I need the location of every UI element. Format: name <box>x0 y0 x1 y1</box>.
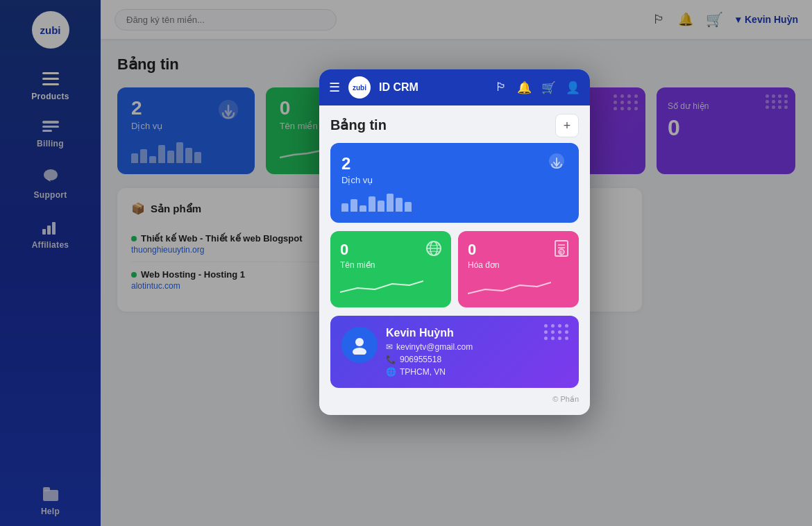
popup-stat-invoices: $ 0 Hóa đơn <box>458 231 579 307</box>
popup-user-email: ✉ kevinytv@gmail.com <box>386 342 568 352</box>
popup-stat-domains: 0 Tên miền <box>330 231 451 307</box>
popup-user-location: 🌐 TPHCM, VN <box>386 367 568 377</box>
popup-plus-button[interactable]: + <box>555 114 579 137</box>
popup-page-title: Bảng tin <box>330 117 579 133</box>
popup-user-phone: 📞 906955518 <box>386 355 568 364</box>
location-icon: 🌐 <box>386 367 396 377</box>
popup-logo: zubi <box>348 76 371 99</box>
popup-services-count: 2 <box>341 154 568 173</box>
email-icon: ✉ <box>386 342 393 352</box>
popup-user-card: Kevin Huỳnh ✉ kevinytv@gmail.com 📞 90695… <box>330 316 579 388</box>
popup-window: ☰ zubi ID CRM 🏳 🔔 🛒 👤 + Bảng tin <box>319 69 590 415</box>
user-avatar <box>341 327 378 363</box>
popup-content: Bảng tin 2 Dịch vụ <box>319 105 590 415</box>
popup-topbar-icons: 🏳 🔔 🛒 👤 <box>496 80 580 95</box>
svg-point-28 <box>355 338 364 346</box>
popup-menu-icon[interactable]: ☰ <box>329 80 340 95</box>
popup-bell-icon[interactable]: 🔔 <box>517 80 532 95</box>
popup-invoices-label: Hóa đơn <box>468 260 569 270</box>
popup-stat-services: 2 Dịch vụ <box>330 143 579 223</box>
copyright: © Phần <box>330 395 579 404</box>
popup-user-icon[interactable]: 👤 <box>566 80 580 95</box>
svg-point-29 <box>353 348 366 355</box>
popup-services-label: Dịch vụ <box>341 175 568 185</box>
popup-services-chart <box>341 192 568 212</box>
phone-icon: 📞 <box>386 355 396 364</box>
popup-cart-icon[interactable]: 🛒 <box>541 80 556 95</box>
popup-user-info: Kevin Huỳnh ✉ kevinytv@gmail.com 📞 90695… <box>386 327 568 377</box>
popup-user-name: Kevin Huỳnh <box>386 327 568 339</box>
popup-topbar: ☰ zubi ID CRM 🏳 🔔 🛒 👤 <box>319 69 590 105</box>
popup-stats-two: 0 Tên miền $ <box>330 231 579 307</box>
popup-title: ID CRM <box>379 81 418 94</box>
popup-flag-icon[interactable]: 🏳 <box>496 80 507 94</box>
popup-logo-text: zubi <box>353 84 366 92</box>
popup-domains-label: Tên miền <box>340 260 441 270</box>
